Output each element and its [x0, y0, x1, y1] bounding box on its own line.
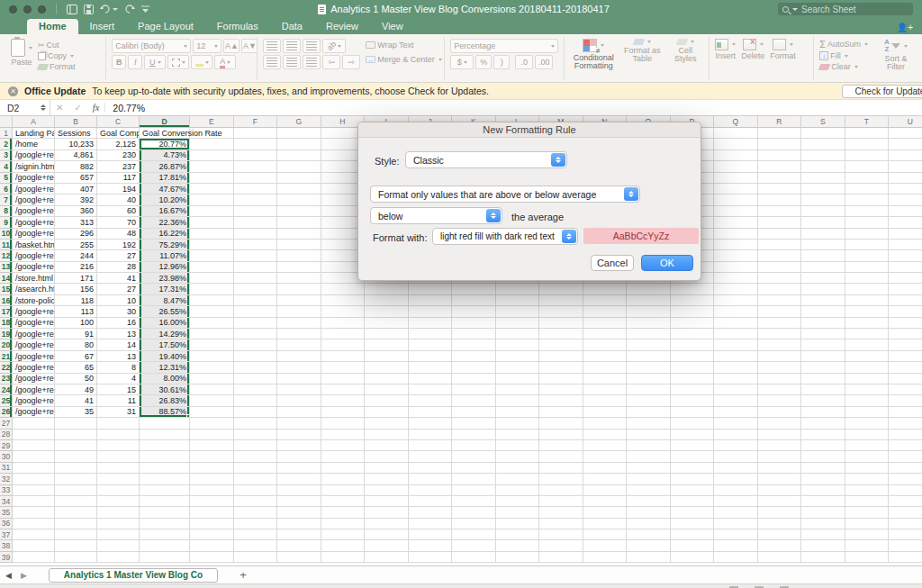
cell-Q30[interactable] [714, 451, 758, 462]
cell-N15[interactable] [583, 284, 628, 294]
cell-O37[interactable] [627, 529, 671, 540]
cell-A5[interactable]: /google+rede [13, 173, 55, 184]
cell-L39[interactable] [496, 552, 540, 563]
cell-M34[interactable] [539, 496, 583, 507]
insert-function-icon[interactable]: fx [87, 103, 106, 113]
cell-C17[interactable]: 30 [97, 306, 140, 317]
cell-C27[interactable] [97, 418, 140, 429]
cell-O19[interactable] [627, 329, 671, 339]
cell-J38[interactable] [409, 540, 453, 551]
cell-A38[interactable] [13, 540, 55, 551]
cell-K24[interactable] [452, 384, 496, 395]
undo-dropdown-caret[interactable] [113, 8, 118, 11]
cell-E17[interactable] [190, 306, 234, 317]
cell-F2[interactable] [234, 139, 278, 149]
cell-H39[interactable] [321, 552, 366, 563]
cell-T1[interactable] [845, 128, 890, 139]
cell-M37[interactable] [539, 529, 583, 540]
cell-T24[interactable] [845, 384, 890, 395]
cell-S13[interactable] [801, 262, 845, 273]
cell-R5[interactable] [758, 173, 802, 184]
column-header-G[interactable]: G [277, 116, 321, 128]
cell-B26[interactable]: 35 [55, 407, 97, 418]
cell-K31[interactable] [452, 463, 496, 474]
row-header-25[interactable]: 25 [0, 395, 13, 406]
font-color-button[interactable]: A [214, 55, 236, 69]
cell-F5[interactable] [234, 173, 278, 184]
cell-K23[interactable] [452, 374, 496, 384]
cell-E16[interactable] [190, 295, 234, 306]
cell-U23[interactable] [889, 374, 922, 384]
cell-C16[interactable]: 10 [97, 295, 140, 306]
cell-N23[interactable] [583, 374, 628, 384]
cell-Q10[interactable] [714, 229, 758, 240]
cell-F22[interactable] [234, 362, 278, 373]
cell-T29[interactable] [845, 440, 890, 451]
cell-D19[interactable]: 14.29% [140, 329, 190, 339]
row-header-14[interactable]: 14 [0, 273, 13, 284]
cell-S4[interactable] [801, 161, 845, 172]
cell-T14[interactable] [845, 273, 890, 284]
cell-O24[interactable] [627, 384, 671, 395]
cell-B28[interactable] [55, 430, 97, 440]
cell-E32[interactable] [190, 474, 234, 484]
cell-J20[interactable] [409, 339, 453, 350]
cell-B13[interactable]: 216 [55, 262, 97, 273]
cell-D10[interactable]: 16.22% [140, 229, 190, 240]
row-header-35[interactable]: 35 [0, 507, 13, 518]
cell-L28[interactable] [496, 430, 540, 440]
cell-B10[interactable]: 296 [55, 229, 97, 240]
cell-K28[interactable] [452, 430, 496, 440]
cell-M33[interactable] [539, 485, 583, 496]
cell-E29[interactable] [190, 440, 234, 451]
cell-L35[interactable] [496, 507, 540, 518]
cell-R12[interactable] [758, 250, 802, 261]
cell-D24[interactable]: 30.61% [140, 384, 190, 395]
cell-A33[interactable] [13, 485, 55, 496]
cell-P28[interactable] [671, 430, 715, 440]
cell-S19[interactable] [801, 329, 845, 339]
cell-E23[interactable] [190, 374, 234, 384]
cell-S33[interactable] [801, 485, 845, 496]
cell-P22[interactable] [671, 362, 715, 373]
cell-I19[interactable] [365, 329, 409, 339]
cell-U14[interactable] [889, 273, 922, 284]
cell-G24[interactable] [277, 384, 321, 395]
cell-F26[interactable] [234, 407, 278, 418]
cell-C39[interactable] [97, 552, 140, 563]
cell-N38[interactable] [583, 540, 628, 551]
cell-A27[interactable] [13, 418, 55, 429]
cell-F28[interactable] [234, 430, 278, 440]
cell-B12[interactable]: 244 [55, 250, 97, 261]
cell-G38[interactable] [277, 540, 321, 551]
cell-J16[interactable] [409, 295, 453, 306]
cell-G4[interactable] [277, 161, 321, 172]
cell-H33[interactable] [321, 485, 366, 496]
cell-F27[interactable] [234, 418, 278, 429]
cell-G2[interactable] [277, 139, 321, 149]
save-icon[interactable] [84, 5, 94, 14]
cell-I25[interactable] [365, 395, 409, 406]
cell-R29[interactable] [758, 440, 802, 451]
cell-Q26[interactable] [714, 407, 758, 418]
tab-insert[interactable]: Insert [78, 19, 127, 34]
cell-F3[interactable] [234, 150, 278, 161]
cell-O30[interactable] [627, 451, 671, 462]
cell-N32[interactable] [583, 474, 628, 484]
cell-A21[interactable]: /google+rede [13, 351, 55, 362]
cell-F6[interactable] [234, 184, 278, 194]
cell-G12[interactable] [277, 250, 321, 261]
row-header-29[interactable]: 29 [0, 440, 13, 451]
cell-C33[interactable] [97, 485, 140, 496]
cell-J18[interactable] [409, 318, 453, 329]
cell-I34[interactable] [365, 496, 409, 507]
cell-K17[interactable] [452, 306, 496, 317]
cell-P21[interactable] [671, 351, 715, 362]
cell-E8[interactable] [190, 206, 234, 217]
cell-K21[interactable] [452, 351, 496, 362]
cell-Q28[interactable] [714, 430, 758, 440]
cell-B23[interactable]: 50 [55, 374, 97, 384]
cell-C35[interactable] [97, 507, 140, 518]
cell-B3[interactable]: 4,861 [55, 150, 97, 161]
cell-U8[interactable] [889, 206, 922, 217]
